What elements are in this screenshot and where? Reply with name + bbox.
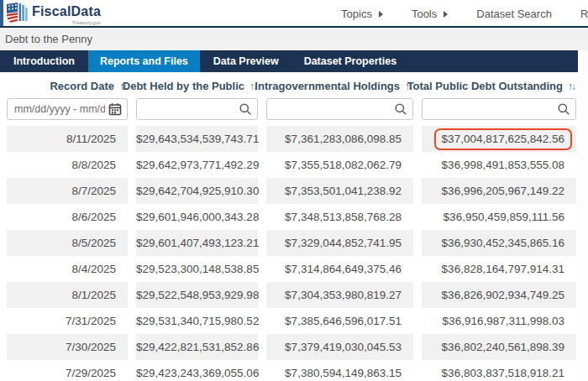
amount-cell: $29,601,407,493,123.21 [136,230,258,256]
column-label: Intragovernmental Holdings [255,80,400,92]
amount-cell: $36,828,164,797,914.31 [422,256,576,282]
fiscaldata-logo[interactable]: FiscalData Treasury.gov [6,1,101,25]
total-debt-search-input[interactable] [422,98,576,120]
breadcrumb: Debt to the Penny [5,33,92,45]
right-page-strip [578,51,588,381]
calendar-icon[interactable] [108,102,122,116]
record-date-cell: 8/6/2025 [7,204,128,230]
top-nav: TopicsToolsDataset SearchRes [341,0,588,28]
table-filter-row [0,98,578,120]
tab-introduction[interactable]: Introduction [2,50,87,72]
caret-right-icon [444,11,448,18]
table-body: 8/11/2025$29,643,534,539,743.71$7,361,28… [0,126,588,381]
amount-cell: $29,642,704,925,910.30 [136,178,258,204]
record-date-cell: 7/31/2025 [7,308,128,334]
intragov-search-input[interactable] [266,98,413,120]
amount-cell: $36,916,987,311,998.03 [422,308,576,334]
fiscaldata-page: FiscalData Treasury.gov TopicsToolsDatas… [0,0,588,381]
amount-cell: $7,329,044,852,741.95 [266,230,413,256]
debt-held-filter [136,98,258,120]
tab-bar: IntroductionReports and FilesData Previe… [0,50,578,72]
nav-item-label: Tools [412,8,437,20]
amount-cell: $7,379,419,030,045.53 [266,334,413,360]
amount-cell: $36,950,459,859,111.56 [422,204,576,230]
amount-cell: $36,930,452,345,865.16 [422,230,576,256]
table-row: 8/5/2025$29,601,407,493,123.21$7,329,044… [0,230,578,256]
table-header-row: Record Date ↑↓ Debt Held by the Public ↑… [0,72,578,92]
breadcrumb-bar: Debt to the Penny [0,28,588,50]
nav-item-label: Res [580,8,588,20]
amount-cell: $36,996,205,967,149.22 [422,178,576,204]
table-row: 8/6/2025$29,601,946,000,343.28$7,348,513… [0,204,578,230]
record-date-cell: 8/8/2025 [7,152,128,178]
nav-item-label: Topics [341,8,372,20]
amount-cell: $7,353,501,041,238.92 [266,178,413,204]
brand-text: FiscalData Treasury.gov [32,1,101,25]
brand-tagline: Treasury.gov [72,20,101,25]
table-row: 8/11/2025$29,643,534,539,743.71$7,361,28… [0,126,578,152]
table-row: 7/29/2025$29,423,243,369,055.06$7,380,59… [0,360,578,381]
column-header-total-public-debt[interactable]: Total Public Debt Outstanding ↑↓ [422,80,576,92]
amount-cell: $29,643,534,539,743.71 [136,126,258,152]
amount-cell: $7,304,353,980,819.27 [266,282,413,308]
record-date-cell: 8/1/2025 [7,282,128,308]
amount-cell: $7,348,513,858,768.28 [266,204,413,230]
sort-icon[interactable]: ↑↓ [568,81,576,92]
tab-data-preview[interactable]: Data Preview [202,50,291,72]
column-label: Record Date [50,80,114,92]
record-date-cell: 8/11/2025 [7,126,128,152]
table-row: 7/30/2025$29,422,821,531,852.86$7,379,41… [0,334,578,360]
amount-cell: $29,523,300,148,538.85 [136,256,258,282]
column-label: Debt Held by the Public [123,80,244,92]
record-date-cell: 8/4/2025 [7,256,128,282]
amount-cell: $7,361,283,086,098.85 [266,126,413,152]
left-edge-strip [0,0,3,26]
amount-cell: $29,642,973,771,492.29 [136,152,258,178]
record-date-cell: 8/5/2025 [7,230,128,256]
table-row: 7/31/2025$29,531,340,715,980.52$7,385,64… [0,308,578,334]
record-date-cell: 8/7/2025 [7,178,128,204]
amount-cell: $29,522,548,953,929.98 [136,282,258,308]
amount-cell: $7,385,646,596,017.51 [266,308,413,334]
amount-cell: $37,004,817,625,842.56 [422,126,576,152]
record-date-cell: 7/29/2025 [7,360,128,381]
nav-item-dataset-search[interactable]: Dataset Search [476,8,552,20]
data-table: Record Date ↑↓ Debt Held by the Public ↑… [0,72,588,381]
record-date-cell: 7/30/2025 [7,334,128,360]
amount-cell: $7,314,864,649,375.46 [266,256,413,282]
caret-right-icon [379,11,383,18]
intragov-filter [266,98,413,120]
nav-item-topics[interactable]: Topics [341,8,383,20]
tab-dataset-properties[interactable]: Dataset Properties [292,50,408,72]
column-header-intragovernmental-holdings[interactable]: Intragovernmental Holdings ↑↓ [266,80,413,92]
column-label: Total Public Debt Outstanding [407,80,563,92]
amount-cell: $36,803,837,518,918.21 [422,360,576,381]
brand-name: FiscalData [32,5,101,18]
amount-cell: $29,423,243,369,055.06 [136,360,258,381]
table-row: 8/8/2025$29,642,973,771,492.29$7,355,518… [0,152,578,178]
nav-item-res[interactable]: Res [580,8,588,20]
site-header: FiscalData Treasury.gov TopicsToolsDatas… [0,0,588,28]
date-range-filter [7,98,128,120]
table-row: 8/7/2025$29,642,704,925,910.30$7,353,501… [0,178,578,204]
amount-cell: $29,531,340,715,980.52 [136,308,258,334]
tab-reports-and-files[interactable]: Reports and Files [88,50,200,72]
highlight-box: $37,004,817,625,842.56 [434,128,572,150]
table-row: 8/4/2025$29,523,300,148,538.85$7,314,864… [0,256,578,282]
column-header-record-date[interactable]: Record Date ↑↓ [7,80,128,92]
amount-cell: $36,826,902,934,749.25 [422,282,576,308]
amount-cell: $29,422,821,531,852.86 [136,334,258,360]
amount-cell: $7,355,518,082,062.79 [266,152,413,178]
flag-icon [6,1,28,23]
nav-item-label: Dataset Search [476,8,552,20]
amount-cell: $29,601,946,000,343.28 [136,204,258,230]
column-header-debt-held-by-public[interactable]: Debt Held by the Public ↑↓ [136,80,258,92]
total-debt-filter [422,98,576,120]
table-row: 8/1/2025$29,522,548,953,929.98$7,304,353… [0,282,578,308]
amount-cell: $36,802,240,561,898.39 [422,334,576,360]
amount-cell: $7,380,594,149,863.15 [266,360,413,381]
debt-held-search-input[interactable] [136,98,258,120]
amount-cell: $36,998,491,853,555.08 [422,152,576,178]
nav-item-tools[interactable]: Tools [412,8,448,20]
